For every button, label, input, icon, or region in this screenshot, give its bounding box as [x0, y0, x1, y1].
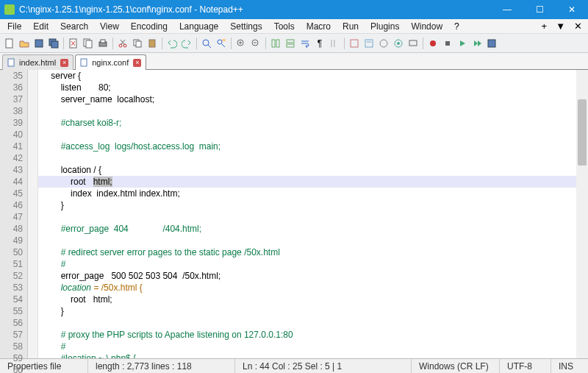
doc-list-icon[interactable]: [362, 37, 376, 50]
func-list-icon[interactable]: [377, 37, 390, 50]
svg-rect-3: [51, 41, 58, 48]
vertical-scrollbar[interactable]: [576, 70, 588, 358]
wrap-icon[interactable]: [298, 37, 312, 50]
replace-icon[interactable]: [215, 37, 228, 50]
svg-point-36: [380, 40, 387, 47]
find-icon[interactable]: [200, 37, 213, 50]
save-icon[interactable]: [32, 37, 46, 50]
svg-rect-34: [365, 40, 373, 47]
menu-dropdown[interactable]: ▼: [551, 19, 570, 33]
svg-rect-1: [35, 40, 43, 47]
tab-close-icon[interactable]: ×: [133, 59, 141, 67]
paste-icon[interactable]: [146, 37, 159, 50]
status-encoding: UTF-8: [500, 359, 551, 373]
svg-rect-44: [81, 59, 87, 66]
svg-rect-28: [276, 40, 279, 47]
record-icon[interactable]: [426, 37, 440, 50]
show-all-chars-icon[interactable]: ¶: [313, 37, 326, 50]
print-icon[interactable]: [96, 37, 110, 50]
menu-settings[interactable]: Settings: [224, 20, 268, 33]
titlebar: C:\nginx-1.25.1\nginx-1.25.1\conf\nginx.…: [0, 0, 588, 19]
status-position: Ln : 44 Col : 25 Sel : 5 | 1: [235, 359, 412, 373]
menu-edit[interactable]: Edit: [27, 20, 54, 33]
monitor-icon[interactable]: [406, 37, 420, 50]
menu-macro[interactable]: Macro: [301, 20, 337, 33]
svg-rect-29: [287, 40, 294, 43]
menu-window[interactable]: Window: [405, 20, 448, 33]
line-number-gutter: 3536373839404142434445464748495051525354…: [0, 70, 28, 358]
menu-tools[interactable]: Tools: [268, 20, 301, 33]
close-file-icon[interactable]: [67, 37, 80, 50]
svg-point-40: [430, 40, 436, 46]
svg-rect-8: [86, 40, 92, 48]
svg-rect-41: [445, 41, 450, 46]
status-eol: Windows (CR LF): [412, 359, 500, 373]
close-button[interactable]: ✕: [556, 0, 588, 19]
window-title: C:\nginx-1.25.1\nginx-1.25.1\conf\nginx.…: [19, 4, 491, 15]
cut-icon[interactable]: [116, 37, 129, 50]
stop-icon[interactable]: [441, 37, 454, 50]
svg-rect-43: [8, 59, 14, 66]
maximize-button[interactable]: ☐: [523, 0, 556, 19]
editor[interactable]: 3536373839404142434445464748495051525354…: [0, 70, 588, 358]
statusbar: Properties file length : 2,773 lines : 1…: [0, 358, 588, 373]
sync-h-icon[interactable]: [284, 37, 297, 50]
tab-index-html[interactable]: index.html ×: [2, 54, 74, 70]
svg-point-20: [218, 40, 222, 44]
toolbar: ¶: [0, 34, 588, 53]
tab-label: nginx.conf: [92, 58, 129, 67]
menu-language[interactable]: Language: [173, 20, 224, 33]
zoom-in-icon[interactable]: [234, 37, 248, 50]
status-mode: INS: [551, 359, 588, 373]
play-multi-icon[interactable]: [470, 37, 484, 50]
svg-rect-0: [6, 39, 12, 48]
menu-run[interactable]: Run: [337, 20, 365, 33]
sync-v-icon[interactable]: [269, 37, 282, 50]
file-icon: [80, 58, 89, 67]
svg-rect-16: [136, 41, 141, 47]
tab-close-icon[interactable]: ×: [60, 59, 68, 67]
undo-icon[interactable]: [165, 37, 179, 50]
menu-view[interactable]: View: [94, 20, 125, 33]
svg-rect-21: [222, 39, 226, 41]
svg-point-38: [397, 42, 400, 45]
indent-guide-icon[interactable]: [328, 37, 341, 50]
svg-rect-42: [488, 40, 495, 47]
menu-search[interactable]: Search: [54, 20, 94, 33]
code-area[interactable]: server { listen 80; server_name localhos…: [38, 70, 588, 358]
svg-rect-33: [351, 40, 358, 47]
redo-icon[interactable]: [180, 37, 193, 50]
menu-plus[interactable]: +: [537, 19, 552, 33]
svg-rect-39: [409, 40, 417, 46]
tabbar: index.html × nginx.conf ×: [0, 53, 588, 70]
status-length: length : 2,773 lines : 118: [88, 359, 235, 373]
svg-rect-27: [272, 40, 275, 47]
app-icon: [4, 4, 15, 15]
svg-line-19: [208, 45, 211, 48]
svg-rect-17: [149, 40, 155, 47]
copy-icon[interactable]: [131, 37, 144, 50]
menu-file[interactable]: File: [1, 20, 27, 33]
file-icon: [7, 58, 16, 67]
fold-margin[interactable]: [28, 70, 38, 358]
save-all-icon[interactable]: [47, 37, 60, 50]
folder-as-ws-icon[interactable]: [392, 37, 405, 50]
minimize-button[interactable]: —: [491, 0, 523, 19]
tab-nginx-conf[interactable]: nginx.conf ×: [75, 54, 146, 70]
svg-rect-30: [287, 44, 294, 47]
zoom-out-icon[interactable]: [249, 37, 262, 50]
open-file-icon[interactable]: [18, 37, 31, 50]
close-all-icon[interactable]: [82, 37, 95, 50]
menu-plugins[interactable]: Plugins: [365, 20, 405, 33]
svg-point-18: [203, 40, 209, 46]
play-icon[interactable]: [456, 37, 469, 50]
new-file-icon[interactable]: [3, 37, 16, 50]
menu-x[interactable]: ✕: [570, 19, 587, 33]
save-macro-icon[interactable]: [485, 37, 498, 50]
menubar: File Edit Search View Encoding Language …: [0, 19, 588, 34]
menu-encoding[interactable]: Encoding: [125, 20, 173, 33]
menu-help[interactable]: ?: [448, 20, 465, 33]
tab-label: index.html: [19, 58, 56, 67]
scrollbar-thumb[interactable]: [578, 99, 587, 166]
doc-map-icon[interactable]: [348, 37, 361, 50]
